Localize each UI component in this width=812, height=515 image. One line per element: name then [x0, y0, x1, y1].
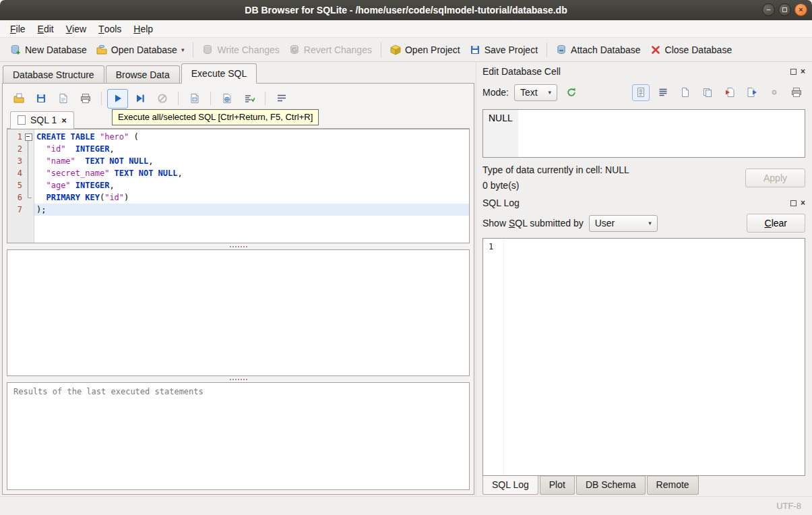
- align-justify-icon: [658, 87, 668, 98]
- fold-guide: [22, 167, 34, 179]
- close-database-label: Close Database: [665, 44, 732, 55]
- export-results-icon: [189, 93, 200, 104]
- statusbar: UTF-8: [0, 496, 812, 515]
- clear-log-button[interactable]: Clear: [747, 214, 805, 233]
- refresh-cell-button[interactable]: [563, 84, 580, 101]
- close-button[interactable]: ×: [794, 3, 807, 16]
- export-icon: [747, 87, 757, 98]
- fold-guide: [22, 143, 34, 155]
- format-sql-button[interactable]: [239, 89, 259, 109]
- new-database-button[interactable]: New Database: [5, 42, 92, 58]
- export-cell-button[interactable]: [743, 84, 761, 101]
- word-wrap-icon: [276, 93, 287, 104]
- open-database-button[interactable]: Open Database ▾: [92, 42, 189, 58]
- window-controls: – ×: [762, 3, 807, 16]
- maximize-button[interactable]: [778, 3, 791, 16]
- open-sql-file-button[interactable]: [8, 89, 29, 109]
- save-sql-as-button[interactable]: [53, 89, 73, 109]
- fold-marker-icon[interactable]: [22, 131, 34, 143]
- execute-all-button[interactable]: [107, 89, 128, 109]
- word-wrap-button[interactable]: [271, 89, 292, 109]
- editor-line[interactable]: 6 PRIMARY KEY("id"): [7, 191, 469, 204]
- sql-editor[interactable]: 1CREATE TABLE "hero" (2 "id" INTEGER,3 "…: [7, 129, 470, 243]
- splitter-handle[interactable]: [7, 243, 470, 249]
- print-button[interactable]: [75, 89, 96, 109]
- align-justify-button[interactable]: [654, 84, 672, 101]
- menu-help[interactable]: Help: [127, 20, 159, 37]
- close-database-button[interactable]: Close Database: [646, 42, 737, 58]
- fold-guide: [22, 179, 34, 191]
- dock-float-icon[interactable]: [790, 200, 797, 206]
- subtab-close-icon[interactable]: ×: [61, 116, 67, 125]
- copy-cell-button[interactable]: [699, 84, 716, 101]
- tab-db-schema[interactable]: DB Schema: [576, 476, 646, 495]
- stop-icon: [157, 93, 168, 104]
- sql-toolbar-separator: [210, 92, 211, 105]
- results-grid[interactable]: [7, 249, 470, 376]
- open-project-button[interactable]: Open Project: [385, 42, 465, 58]
- menu-tools[interactable]: Tools: [92, 20, 127, 37]
- left-panel: Database Structure Browse Data Execute S…: [0, 62, 476, 496]
- print-cell-button[interactable]: [788, 84, 805, 101]
- export-results-button[interactable]: [184, 89, 205, 109]
- menu-file[interactable]: File: [4, 20, 32, 37]
- print-icon: [80, 93, 91, 104]
- splitter-handle[interactable]: [7, 376, 470, 382]
- subtab-sql1[interactable]: SQL 1 ×: [10, 111, 74, 129]
- sql-log-area[interactable]: 1: [482, 238, 805, 476]
- editor-line[interactable]: 4 "secret_name" TEXT NOT NULL,: [7, 167, 469, 179]
- editor-line[interactable]: 7);: [7, 204, 469, 216]
- save-project-button[interactable]: Save Project: [465, 42, 542, 58]
- new-database-label: New Database: [25, 44, 87, 55]
- dock-close-icon[interactable]: ×: [801, 199, 805, 207]
- log-line-number: 1: [489, 242, 493, 251]
- dock-float-icon[interactable]: [790, 69, 797, 75]
- fold-guide: [22, 204, 34, 216]
- mode-combo[interactable]: Text ▾: [514, 84, 557, 101]
- execute-line-button[interactable]: [129, 89, 150, 109]
- menu-edit[interactable]: Edit: [32, 20, 60, 37]
- tab-remote[interactable]: Remote: [647, 476, 699, 495]
- open-cell-file-button[interactable]: [677, 84, 694, 101]
- stop-button: [152, 89, 173, 109]
- combo-caret-icon: ▾: [648, 220, 652, 226]
- tab-database-structure[interactable]: Database Structure: [3, 65, 104, 83]
- save-sql-file-button[interactable]: [30, 89, 51, 109]
- attach-database-icon: [556, 44, 567, 55]
- text-mode-button[interactable]: [632, 84, 650, 101]
- editor-line[interactable]: 3 "name" TEXT NOT NULL,: [7, 155, 469, 167]
- minimize-button[interactable]: –: [762, 3, 775, 16]
- code-text: "name" TEXT NOT NULL,: [34, 155, 469, 167]
- fold-guide: [22, 191, 34, 204]
- apply-button: Apply: [745, 169, 805, 187]
- line-number: 6: [7, 191, 22, 204]
- tab-plot[interactable]: Plot: [540, 476, 575, 495]
- titlebar: DB Browser for SQLite - /home/user/code/…: [0, 0, 812, 20]
- open-database-dropdown-icon[interactable]: ▾: [181, 47, 185, 53]
- refresh-icon: [566, 87, 577, 98]
- load-sql-button[interactable]: [216, 89, 237, 109]
- editor-line[interactable]: 2 "id" INTEGER,: [7, 143, 469, 155]
- revert-changes-icon: [289, 44, 300, 55]
- set-null-icon: [769, 87, 780, 98]
- save-project-label: Save Project: [485, 44, 538, 55]
- tab-browse-data[interactable]: Browse Data: [106, 65, 180, 83]
- results-log[interactable]: Results of the last executed statements: [7, 382, 470, 490]
- sql-log-filter-row: Show SQL submitted by User ▾ Clear: [482, 214, 805, 233]
- code-text: PRIMARY KEY("id"): [34, 191, 469, 204]
- right-panel: Edit Database Cell × Mode: Text ▾: [476, 62, 812, 496]
- attach-database-button[interactable]: Attach Database: [551, 42, 646, 58]
- document-icon: [680, 87, 691, 98]
- submitted-by-combo[interactable]: User ▾: [589, 215, 658, 232]
- editor-line[interactable]: 1CREATE TABLE "hero" (: [7, 131, 469, 143]
- menu-view[interactable]: View: [60, 20, 92, 37]
- import-cell-button[interactable]: [721, 84, 739, 101]
- results-placeholder: Results of the last executed statements: [13, 387, 204, 396]
- cell-editor[interactable]: NULL: [482, 109, 805, 158]
- dock-close-icon[interactable]: ×: [801, 67, 805, 75]
- tab-sql-log[interactable]: SQL Log: [482, 475, 538, 495]
- editor-line[interactable]: 5 "age" INTEGER,: [7, 179, 469, 191]
- tab-execute-sql[interactable]: Execute SQL: [181, 63, 257, 84]
- set-null-button[interactable]: [766, 84, 783, 101]
- save-project-icon: [470, 44, 480, 55]
